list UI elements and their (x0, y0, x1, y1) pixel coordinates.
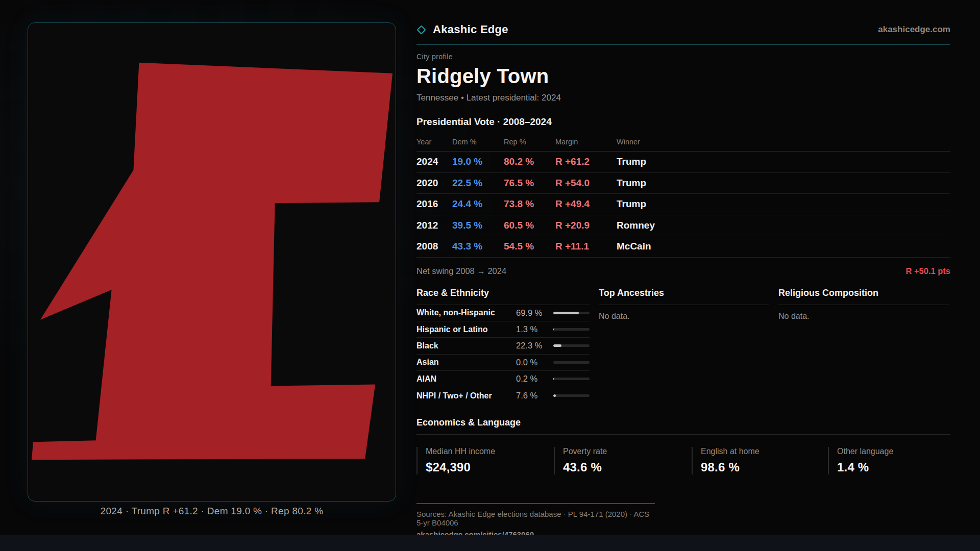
city-boundary-shape (32, 63, 393, 460)
header-divider (416, 44, 950, 45)
sources-text: Sources: Akashic Edge elections database… (416, 510, 655, 527)
vote-cell-dem: 22.5 % (452, 178, 504, 189)
vote-cell-margin: R +11.1 (555, 241, 617, 252)
race-bar (553, 344, 590, 347)
profile-subtitle: Tennessee • Latest presidential: 2024 (416, 93, 950, 103)
race-value: 7.6 % (516, 391, 553, 400)
vote-col-header: Dem % (452, 138, 504, 146)
ancestries-card-title: Top Ancestries (599, 288, 769, 305)
stat-label: Other language (837, 447, 950, 456)
vote-cell-winner: McCain (617, 241, 950, 252)
vote-cell-margin: R +61.2 (555, 156, 617, 167)
race-label: NHPI / Two+ / Other (416, 391, 516, 400)
net-swing-row: Net swing 2008 → 2024 R +50.1 pts (416, 258, 950, 276)
header-bar: Akashic Edge akashicedge.com (416, 22, 950, 37)
city-profile-page: 2024 · Trump R +61.2 · Dem 19.0 % · Rep … (0, 0, 980, 551)
race-bar-fill (553, 312, 579, 314)
page-title: Ridgely Town (416, 65, 950, 88)
vote-cell-rep: 80.2 % (504, 156, 555, 167)
vote-cell-dem: 24.4 % (452, 198, 504, 210)
profile-kicker: City profile (416, 53, 950, 61)
vote-section-title: Presidential Vote · 2008–2024 (416, 116, 950, 128)
stat-label: Poverty rate (563, 447, 692, 456)
vote-cell-winner: Trump (617, 198, 950, 210)
vote-row: 200843.3 %54.5 %R +11.1McCain (416, 236, 950, 258)
vote-table-head: YearDem %Rep %MarginWinner (416, 138, 950, 152)
race-bar (553, 312, 590, 314)
city-boundary-map (28, 23, 396, 501)
vote-cell-rep: 60.5 % (504, 220, 555, 231)
net-swing-value: R +50.1 pts (905, 266, 950, 276)
race-row: NHPI / Two+ / Other7.6 % (416, 387, 590, 404)
race-ethnicity-card: Race & Ethnicity White, non-Hispanic69.9… (416, 288, 590, 404)
brand-logo[interactable]: Akashic Edge (416, 23, 508, 36)
religion-card: Religious Composition No data. (778, 288, 949, 404)
vote-table-body: 202419.0 %80.2 %R +61.2Trump202022.5 %76… (416, 152, 950, 258)
race-bar (553, 394, 590, 397)
race-label: Asian (416, 358, 516, 367)
vote-cell-winner: Romney (617, 220, 950, 231)
city-map-panel (28, 22, 396, 502)
bottom-band (0, 535, 980, 551)
stat-block: Other language1.4 % (828, 447, 950, 474)
vote-row: 202419.0 %80.2 %R +61.2Trump (416, 152, 950, 173)
race-label: Black (416, 341, 516, 350)
vote-cell-winner: Trump (617, 178, 950, 189)
race-value: 22.3 % (516, 341, 553, 350)
vote-col-header: Year (416, 138, 452, 146)
footer: Sources: Akashic Edge elections database… (416, 503, 655, 539)
stat-value: 43.6 % (563, 460, 692, 474)
brand-name: Akashic Edge (433, 23, 508, 36)
stat-value: 1.4 % (837, 460, 950, 474)
race-label: AIAN (416, 374, 516, 384)
vote-row: 201239.5 %60.5 %R +20.9Romney (416, 215, 950, 237)
race-label: Hispanic or Latino (416, 325, 516, 334)
economics-section-title: Economics & Language (416, 417, 950, 435)
vote-col-header: Rep % (504, 138, 555, 146)
race-bar (553, 361, 590, 364)
net-swing-label: Net swing 2008 → 2024 (416, 266, 506, 276)
race-value: 0.0 % (516, 358, 553, 367)
race-label: White, non-Hispanic (416, 308, 516, 317)
vote-cell-year: 2012 (416, 220, 452, 231)
vote-cell-margin: R +54.0 (555, 178, 617, 189)
vote-col-header: Margin (555, 138, 617, 146)
race-bar-fill (553, 394, 556, 397)
race-rows: White, non-Hispanic69.9 %Hispanic or Lat… (416, 305, 590, 404)
vote-cell-dem: 43.3 % (452, 241, 504, 252)
profile-content: Akashic Edge akashicedge.com City profil… (416, 22, 950, 474)
vote-cell-margin: R +20.9 (555, 220, 617, 231)
stats-grid: Median HH income$24,390Poverty rate43.6 … (416, 447, 950, 474)
vote-row: 201624.4 %73.8 %R +49.4Trump (416, 194, 950, 215)
vote-cell-year: 2024 (416, 156, 452, 167)
race-row: Black22.3 % (416, 338, 590, 354)
map-caption: 2024 · Trump R +61.2 · Dem 19.0 % · Rep … (28, 506, 396, 517)
stat-value: 98.6 % (701, 460, 828, 474)
vote-row: 202022.5 %76.5 %R +54.0Trump (416, 173, 950, 194)
vote-cell-rep: 54.5 % (504, 241, 555, 252)
stat-label: Median HH income (426, 447, 554, 456)
race-bar (553, 328, 590, 331)
vote-cell-margin: R +49.4 (555, 198, 617, 210)
stat-block: Median HH income$24,390 (416, 447, 554, 474)
top-ancestries-card: Top Ancestries No data. (599, 288, 769, 404)
race-value: 1.3 % (516, 324, 553, 334)
stat-value: $24,390 (426, 460, 554, 474)
race-row: Hispanic or Latino1.3 % (416, 321, 590, 338)
demographics-section: Race & Ethnicity White, non-Hispanic69.9… (416, 288, 950, 404)
vote-cell-dem: 39.5 % (452, 220, 504, 231)
vote-cell-rep: 73.8 % (504, 198, 555, 210)
brand-diamond-icon (416, 25, 426, 34)
vote-cell-dem: 19.0 % (452, 156, 504, 167)
race-row: White, non-Hispanic69.9 % (416, 305, 590, 321)
vote-cell-year: 2020 (416, 178, 452, 189)
stat-label: English at home (701, 447, 828, 456)
vote-cell-rep: 76.5 % (504, 178, 555, 189)
race-value: 69.9 % (516, 308, 553, 318)
vote-cell-year: 2016 (416, 198, 452, 210)
race-bar-fill (553, 344, 561, 347)
race-bar (553, 378, 590, 380)
ancestries-empty-text: No data. (599, 312, 769, 321)
site-link[interactable]: akashicedge.com (878, 24, 950, 35)
vote-cell-year: 2008 (416, 241, 452, 252)
